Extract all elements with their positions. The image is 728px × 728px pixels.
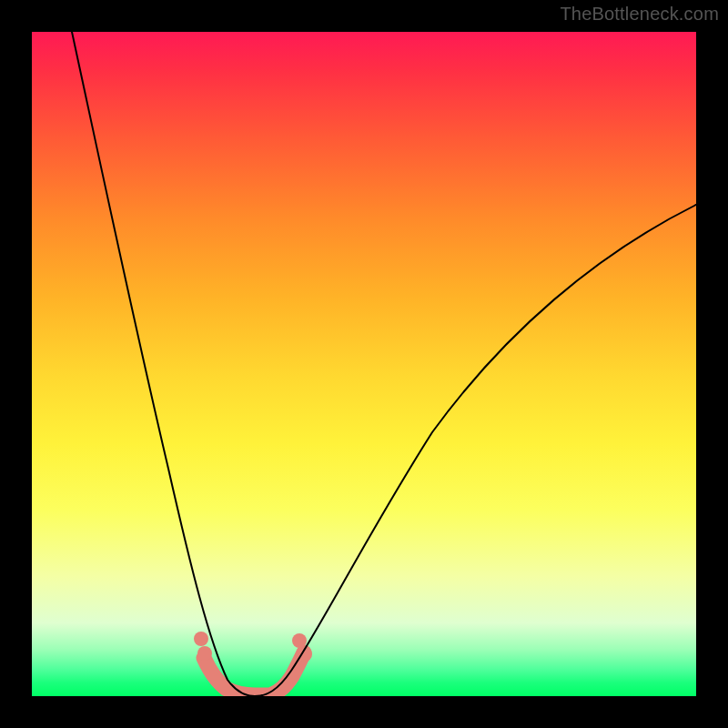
watermark-text: TheBottleneck.com: [560, 4, 719, 25]
curve-layer: [32, 32, 696, 696]
chart-frame: TheBottleneck.com: [0, 0, 728, 728]
curve-right-arm: [255, 205, 696, 696]
curve-left-arm: [72, 32, 255, 696]
accent-dot-left-upper: [194, 632, 208, 646]
plot-area: [32, 32, 696, 696]
accent-dot-left-lower: [197, 646, 212, 661]
accent-dot-right-upper: [292, 633, 307, 648]
